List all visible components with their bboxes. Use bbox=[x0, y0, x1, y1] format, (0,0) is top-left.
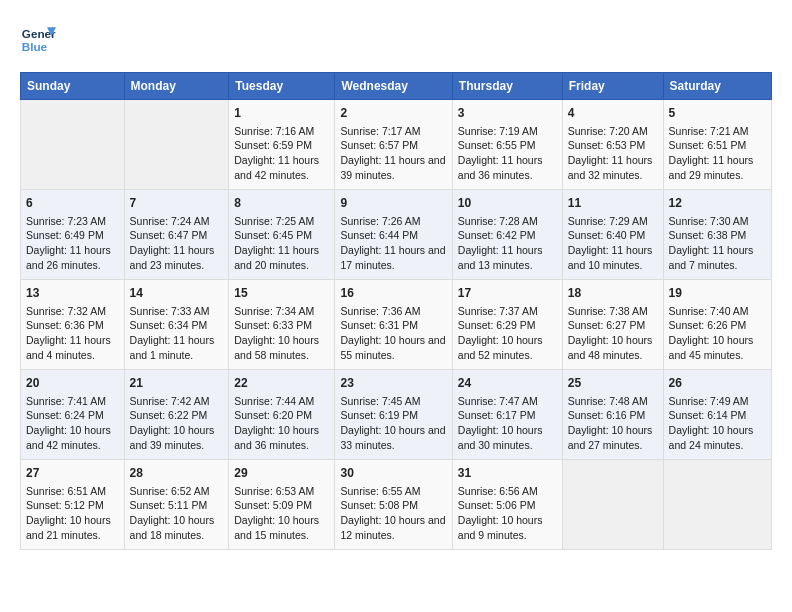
calendar-cell: 6Sunrise: 7:23 AMSunset: 6:49 PMDaylight… bbox=[21, 190, 125, 280]
calendar-body: 1Sunrise: 7:16 AMSunset: 6:59 PMDaylight… bbox=[21, 100, 772, 550]
day-info: Sunrise: 7:44 AM bbox=[234, 394, 329, 409]
day-info: Sunset: 6:24 PM bbox=[26, 408, 119, 423]
day-info: Sunrise: 7:29 AM bbox=[568, 214, 658, 229]
day-number: 9 bbox=[340, 195, 446, 212]
calendar-cell: 11Sunrise: 7:29 AMSunset: 6:40 PMDayligh… bbox=[562, 190, 663, 280]
day-info: Sunset: 6:38 PM bbox=[669, 228, 766, 243]
calendar-cell: 1Sunrise: 7:16 AMSunset: 6:59 PMDaylight… bbox=[229, 100, 335, 190]
day-info: Daylight: 11 hours and 20 minutes. bbox=[234, 243, 329, 272]
calendar-cell bbox=[663, 460, 771, 550]
col-monday: Monday bbox=[124, 73, 229, 100]
day-info: Daylight: 10 hours and 9 minutes. bbox=[458, 513, 557, 542]
day-info: Sunset: 6:29 PM bbox=[458, 318, 557, 333]
day-info: Sunset: 6:44 PM bbox=[340, 228, 446, 243]
day-info: Daylight: 10 hours and 52 minutes. bbox=[458, 333, 557, 362]
day-info: Daylight: 11 hours and 7 minutes. bbox=[669, 243, 766, 272]
day-info: Sunrise: 7:48 AM bbox=[568, 394, 658, 409]
day-number: 12 bbox=[669, 195, 766, 212]
day-number: 10 bbox=[458, 195, 557, 212]
day-info: Sunset: 6:45 PM bbox=[234, 228, 329, 243]
day-info: Sunrise: 7:30 AM bbox=[669, 214, 766, 229]
day-number: 28 bbox=[130, 465, 224, 482]
col-wednesday: Wednesday bbox=[335, 73, 452, 100]
day-info: Sunset: 5:12 PM bbox=[26, 498, 119, 513]
day-info: Sunrise: 7:34 AM bbox=[234, 304, 329, 319]
day-number: 4 bbox=[568, 105, 658, 122]
calendar-week-4: 20Sunrise: 7:41 AMSunset: 6:24 PMDayligh… bbox=[21, 370, 772, 460]
day-number: 2 bbox=[340, 105, 446, 122]
day-number: 11 bbox=[568, 195, 658, 212]
day-info: Daylight: 10 hours and 30 minutes. bbox=[458, 423, 557, 452]
day-number: 7 bbox=[130, 195, 224, 212]
day-info: Sunrise: 7:36 AM bbox=[340, 304, 446, 319]
calendar-cell bbox=[562, 460, 663, 550]
day-number: 23 bbox=[340, 375, 446, 392]
day-info: Daylight: 10 hours and 27 minutes. bbox=[568, 423, 658, 452]
day-info: Sunset: 6:33 PM bbox=[234, 318, 329, 333]
page-header: General Blue bbox=[20, 20, 772, 56]
col-sunday: Sunday bbox=[21, 73, 125, 100]
day-info: Sunrise: 7:41 AM bbox=[26, 394, 119, 409]
day-info: Sunset: 5:11 PM bbox=[130, 498, 224, 513]
col-saturday: Saturday bbox=[663, 73, 771, 100]
calendar-cell: 16Sunrise: 7:36 AMSunset: 6:31 PMDayligh… bbox=[335, 280, 452, 370]
day-info: Sunset: 6:40 PM bbox=[568, 228, 658, 243]
day-info: Sunset: 6:55 PM bbox=[458, 138, 557, 153]
day-info: Sunset: 6:36 PM bbox=[26, 318, 119, 333]
calendar-cell: 3Sunrise: 7:19 AMSunset: 6:55 PMDaylight… bbox=[452, 100, 562, 190]
calendar-week-3: 13Sunrise: 7:32 AMSunset: 6:36 PMDayligh… bbox=[21, 280, 772, 370]
day-number: 3 bbox=[458, 105, 557, 122]
day-info: Sunset: 6:57 PM bbox=[340, 138, 446, 153]
day-info: Daylight: 11 hours and 23 minutes. bbox=[130, 243, 224, 272]
day-info: Sunrise: 6:53 AM bbox=[234, 484, 329, 499]
day-info: Daylight: 10 hours and 33 minutes. bbox=[340, 423, 446, 452]
day-info: Daylight: 11 hours and 32 minutes. bbox=[568, 153, 658, 182]
day-info: Daylight: 10 hours and 58 minutes. bbox=[234, 333, 329, 362]
day-info: Sunrise: 7:16 AM bbox=[234, 124, 329, 139]
day-info: Sunset: 6:26 PM bbox=[669, 318, 766, 333]
day-info: Sunrise: 7:45 AM bbox=[340, 394, 446, 409]
day-info: Daylight: 10 hours and 15 minutes. bbox=[234, 513, 329, 542]
day-info: Sunrise: 7:38 AM bbox=[568, 304, 658, 319]
calendar-cell: 7Sunrise: 7:24 AMSunset: 6:47 PMDaylight… bbox=[124, 190, 229, 280]
day-info: Daylight: 11 hours and 39 minutes. bbox=[340, 153, 446, 182]
day-info: Daylight: 10 hours and 12 minutes. bbox=[340, 513, 446, 542]
calendar-cell: 23Sunrise: 7:45 AMSunset: 6:19 PMDayligh… bbox=[335, 370, 452, 460]
day-info: Sunset: 6:49 PM bbox=[26, 228, 119, 243]
calendar-cell: 26Sunrise: 7:49 AMSunset: 6:14 PMDayligh… bbox=[663, 370, 771, 460]
calendar-cell bbox=[21, 100, 125, 190]
calendar-table: Sunday Monday Tuesday Wednesday Thursday… bbox=[20, 72, 772, 550]
day-number: 27 bbox=[26, 465, 119, 482]
day-info: Daylight: 11 hours and 17 minutes. bbox=[340, 243, 446, 272]
calendar-cell: 30Sunrise: 6:55 AMSunset: 5:08 PMDayligh… bbox=[335, 460, 452, 550]
day-info: Daylight: 11 hours and 29 minutes. bbox=[669, 153, 766, 182]
day-number: 8 bbox=[234, 195, 329, 212]
day-info: Daylight: 10 hours and 45 minutes. bbox=[669, 333, 766, 362]
day-info: Sunrise: 7:19 AM bbox=[458, 124, 557, 139]
col-friday: Friday bbox=[562, 73, 663, 100]
day-number: 22 bbox=[234, 375, 329, 392]
day-info: Sunrise: 7:24 AM bbox=[130, 214, 224, 229]
day-number: 16 bbox=[340, 285, 446, 302]
day-info: Daylight: 10 hours and 36 minutes. bbox=[234, 423, 329, 452]
calendar-cell: 15Sunrise: 7:34 AMSunset: 6:33 PMDayligh… bbox=[229, 280, 335, 370]
day-info: Sunrise: 6:55 AM bbox=[340, 484, 446, 499]
calendar-cell: 19Sunrise: 7:40 AMSunset: 6:26 PMDayligh… bbox=[663, 280, 771, 370]
day-info: Daylight: 11 hours and 26 minutes. bbox=[26, 243, 119, 272]
calendar-week-2: 6Sunrise: 7:23 AMSunset: 6:49 PMDaylight… bbox=[21, 190, 772, 280]
calendar-cell: 18Sunrise: 7:38 AMSunset: 6:27 PMDayligh… bbox=[562, 280, 663, 370]
day-info: Sunset: 6:51 PM bbox=[669, 138, 766, 153]
day-number: 30 bbox=[340, 465, 446, 482]
day-number: 29 bbox=[234, 465, 329, 482]
day-info: Daylight: 11 hours and 1 minute. bbox=[130, 333, 224, 362]
day-info: Sunrise: 7:21 AM bbox=[669, 124, 766, 139]
day-info: Daylight: 11 hours and 13 minutes. bbox=[458, 243, 557, 272]
calendar-cell: 22Sunrise: 7:44 AMSunset: 6:20 PMDayligh… bbox=[229, 370, 335, 460]
day-info: Sunrise: 7:37 AM bbox=[458, 304, 557, 319]
day-info: Sunrise: 7:26 AM bbox=[340, 214, 446, 229]
calendar-cell: 10Sunrise: 7:28 AMSunset: 6:42 PMDayligh… bbox=[452, 190, 562, 280]
day-info: Daylight: 10 hours and 18 minutes. bbox=[130, 513, 224, 542]
col-tuesday: Tuesday bbox=[229, 73, 335, 100]
day-info: Daylight: 10 hours and 21 minutes. bbox=[26, 513, 119, 542]
day-number: 1 bbox=[234, 105, 329, 122]
